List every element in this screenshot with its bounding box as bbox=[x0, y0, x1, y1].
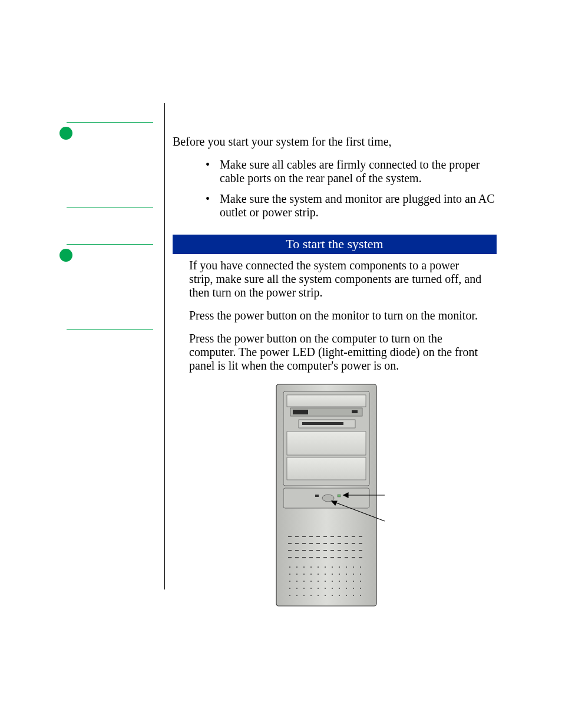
svg-point-59 bbox=[296, 566, 297, 568]
svg-point-62 bbox=[318, 566, 319, 568]
section-body: If you have connected the system compone… bbox=[173, 259, 497, 610]
svg-point-94 bbox=[310, 588, 312, 589]
svg-point-87 bbox=[339, 581, 340, 582]
svg-point-68 bbox=[360, 566, 361, 568]
svg-point-104 bbox=[303, 595, 305, 596]
svg-point-76 bbox=[339, 574, 340, 575]
svg-point-95 bbox=[318, 588, 319, 589]
computer-tower-illustration bbox=[189, 383, 485, 610]
tower-svg bbox=[275, 383, 399, 607]
svg-point-12 bbox=[322, 495, 334, 502]
svg-point-97 bbox=[332, 588, 333, 589]
page: Before you start your system for the fir… bbox=[0, 0, 562, 728]
svg-point-106 bbox=[318, 595, 319, 596]
svg-point-84 bbox=[318, 581, 319, 582]
svg-point-67 bbox=[353, 566, 354, 568]
svg-point-77 bbox=[346, 574, 347, 575]
paragraph: If you have connected the system compone… bbox=[189, 259, 485, 299]
green-bullet-icon bbox=[59, 127, 72, 140]
paragraph: Press the power button on the monitor to… bbox=[189, 309, 485, 322]
svg-point-96 bbox=[325, 588, 326, 589]
svg-rect-7 bbox=[302, 422, 343, 425]
svg-point-69 bbox=[289, 574, 290, 575]
svg-point-98 bbox=[339, 588, 340, 589]
svg-point-66 bbox=[346, 566, 347, 568]
section-heading: To start the system bbox=[173, 235, 497, 254]
green-bullet-icon bbox=[59, 249, 72, 262]
svg-point-78 bbox=[353, 574, 354, 575]
svg-point-81 bbox=[296, 581, 297, 582]
svg-point-92 bbox=[296, 588, 297, 589]
svg-point-83 bbox=[310, 581, 312, 582]
svg-rect-5 bbox=[352, 410, 358, 413]
svg-rect-9 bbox=[287, 457, 366, 480]
svg-point-71 bbox=[303, 574, 305, 575]
svg-point-100 bbox=[353, 588, 354, 589]
svg-point-108 bbox=[332, 595, 333, 596]
svg-rect-13 bbox=[338, 495, 340, 497]
svg-point-105 bbox=[310, 595, 312, 596]
svg-point-58 bbox=[289, 566, 290, 568]
svg-point-103 bbox=[296, 595, 297, 596]
svg-rect-4 bbox=[293, 410, 308, 414]
intro-text: Before you start your system for the fir… bbox=[173, 135, 497, 149]
svg-point-111 bbox=[353, 595, 354, 596]
svg-point-65 bbox=[339, 566, 340, 568]
svg-point-85 bbox=[325, 581, 326, 582]
svg-point-93 bbox=[303, 588, 305, 589]
sidebar-decorations bbox=[67, 122, 153, 330]
svg-point-107 bbox=[325, 595, 326, 596]
svg-point-82 bbox=[303, 581, 305, 582]
svg-point-72 bbox=[310, 574, 312, 575]
svg-point-90 bbox=[360, 581, 361, 582]
svg-point-70 bbox=[296, 574, 297, 575]
svg-point-64 bbox=[332, 566, 333, 568]
svg-rect-8 bbox=[287, 431, 366, 455]
svg-point-99 bbox=[346, 588, 347, 589]
svg-point-89 bbox=[353, 581, 354, 582]
svg-point-91 bbox=[289, 588, 290, 589]
svg-point-74 bbox=[325, 574, 326, 575]
main-content: Before you start your system for the fir… bbox=[173, 135, 497, 610]
svg-point-109 bbox=[339, 595, 340, 596]
svg-point-86 bbox=[332, 581, 333, 582]
svg-point-102 bbox=[289, 595, 290, 596]
svg-point-80 bbox=[289, 581, 290, 582]
svg-point-110 bbox=[346, 595, 347, 596]
svg-point-73 bbox=[318, 574, 319, 575]
svg-point-112 bbox=[360, 595, 361, 596]
svg-rect-11 bbox=[315, 495, 319, 497]
bullet-item: Make sure the system and monitor are plu… bbox=[202, 192, 497, 219]
svg-point-63 bbox=[325, 566, 326, 568]
paragraph: Press the power button on the computer t… bbox=[189, 332, 485, 373]
svg-point-75 bbox=[332, 574, 333, 575]
svg-point-60 bbox=[303, 566, 305, 568]
vertical-divider bbox=[164, 103, 165, 589]
svg-rect-2 bbox=[287, 395, 366, 407]
svg-point-61 bbox=[310, 566, 312, 568]
svg-point-79 bbox=[360, 574, 361, 575]
bullet-list: Make sure all cables are firmly connecte… bbox=[173, 158, 497, 219]
bullet-item: Make sure all cables are firmly connecte… bbox=[202, 158, 497, 185]
svg-point-88 bbox=[346, 581, 347, 582]
svg-point-101 bbox=[360, 588, 361, 589]
